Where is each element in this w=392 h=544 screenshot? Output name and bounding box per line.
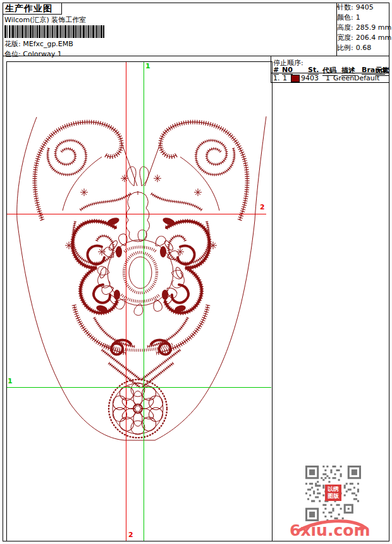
watermark-text: 6xiu.com xyxy=(290,521,370,540)
production-worksheet: 生产作业图 Wilcom(汇京) 装饰工作室 花版: MEfxc_gp.EMB … xyxy=(0,0,392,544)
colorway-value: Colorway 1 xyxy=(23,50,61,58)
marker-start-top: 1 xyxy=(145,63,150,70)
height-value: 285.9 mm xyxy=(356,23,391,33)
stitch-count-row: 针数: 9405 xyxy=(337,3,389,13)
marker-end-bottom: 2 xyxy=(128,531,133,538)
pattern-file: 花版: MEfxc_gp.EMB xyxy=(4,39,73,49)
row-brand: Default xyxy=(354,74,379,82)
width-label: 宽度: xyxy=(337,33,353,43)
marker-end-right: 2 xyxy=(260,204,265,211)
scale-value: 0.68 xyxy=(356,43,372,53)
row-n: 1 xyxy=(283,74,287,82)
colorway: 色位: Colorway 1 xyxy=(4,49,62,59)
barcode-icon xyxy=(4,25,104,38)
scale-label: 比例: xyxy=(337,43,353,53)
table-header-rule xyxy=(271,73,389,73)
stitch-count-label: 针数: xyxy=(337,3,353,13)
colorway-label: 色位: xyxy=(4,50,21,58)
stitch-count-value: 9405 xyxy=(356,3,374,13)
qr-center-badge: 以绣 图版 xyxy=(325,485,341,501)
table-bottom-rule xyxy=(271,82,389,83)
color-count-value: 1 xyxy=(356,13,360,23)
width-row: 宽度: 206.4 mm xyxy=(337,33,389,43)
height-label: 高度: xyxy=(337,23,353,33)
header-separator xyxy=(3,56,389,56)
qr-badge-line1: 以绣 xyxy=(325,486,341,493)
color-count-row: 颜色: 1 xyxy=(337,13,389,23)
qr-badge-line2: 图版 xyxy=(325,493,341,500)
row-st: 9403 xyxy=(301,74,319,82)
height-row: 高度: 285.9 mm xyxy=(337,23,389,33)
marker-start-left: 1 xyxy=(8,378,13,385)
design-canvas xyxy=(6,61,273,541)
embroidery-design xyxy=(7,62,272,541)
pattern-value: MEfxc_gp.EMB xyxy=(23,40,73,48)
pattern-label: 花版: xyxy=(4,40,21,48)
color-swatch xyxy=(291,75,300,82)
scale-row: 比例: 0.68 xyxy=(337,43,389,53)
page-title: 生产作业图 xyxy=(5,3,52,15)
width-value: 206.4 mm xyxy=(356,33,391,43)
row-code: 1 xyxy=(326,74,330,82)
design-info: 针数: 9405 颜色: 1 高度: 285.9 mm 宽度: 206.4 mm… xyxy=(337,3,389,56)
row-index: 1. xyxy=(273,74,280,82)
watermark: 6xiu.com xyxy=(286,519,368,541)
studio-name: Wilcom(汇京) 装饰工作室 xyxy=(4,15,86,25)
row-desc: Green xyxy=(333,74,354,82)
color-count-label: 颜色: xyxy=(337,13,353,23)
